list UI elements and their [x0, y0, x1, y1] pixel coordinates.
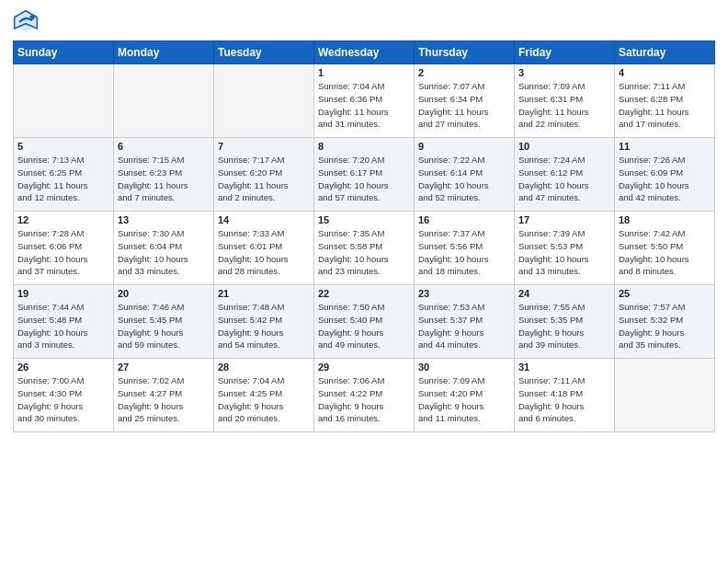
day-number: 22 [318, 288, 410, 299]
day-number: 2 [418, 67, 510, 78]
day-info: Sunrise: 7:22 AM Sunset: 6:14 PM Dayligh… [418, 154, 510, 204]
day-number: 26 [17, 362, 109, 373]
day-info: Sunrise: 7:39 AM Sunset: 5:53 PM Dayligh… [518, 227, 610, 278]
calendar-cell: 27Sunrise: 7:02 AM Sunset: 4:27 PM Dayli… [114, 359, 214, 432]
calendar-week-row: 12Sunrise: 7:28 AM Sunset: 6:06 PM Dayli… [14, 212, 715, 285]
day-info: Sunrise: 7:42 AM Sunset: 5:50 PM Dayligh… [619, 227, 711, 278]
day-info: Sunrise: 7:04 AM Sunset: 6:36 PM Dayligh… [318, 80, 410, 131]
calendar-week-row: 5Sunrise: 7:13 AM Sunset: 6:25 PM Daylig… [14, 138, 715, 212]
day-number: 5 [17, 141, 109, 152]
day-info: Sunrise: 7:09 AM Sunset: 4:20 PM Dayligh… [418, 374, 510, 425]
day-info: Sunrise: 7:28 AM Sunset: 6:06 PM Dayligh… [17, 227, 109, 278]
calendar-cell: 16Sunrise: 7:37 AM Sunset: 5:56 PM Dayli… [415, 212, 515, 285]
logo-icon [13, 9, 39, 35]
calendar-cell: 6Sunrise: 7:15 AM Sunset: 6:23 PM Daylig… [114, 138, 214, 212]
calendar-cell: 3Sunrise: 7:09 AM Sunset: 6:31 PM Daylig… [515, 64, 615, 138]
calendar-cell: 10Sunrise: 7:24 AM Sunset: 6:12 PM Dayli… [515, 138, 615, 212]
calendar-cell: 1Sunrise: 7:04 AM Sunset: 6:36 PM Daylig… [314, 64, 415, 138]
calendar-week-row: 1Sunrise: 7:04 AM Sunset: 6:36 PM Daylig… [14, 64, 715, 138]
day-number: 27 [118, 362, 210, 373]
day-info: Sunrise: 7:48 AM Sunset: 5:42 PM Dayligh… [218, 301, 310, 351]
day-number: 10 [518, 141, 610, 152]
calendar-cell: 15Sunrise: 7:35 AM Sunset: 5:58 PM Dayli… [314, 212, 415, 285]
day-info: Sunrise: 7:04 AM Sunset: 4:25 PM Dayligh… [218, 374, 310, 425]
calendar-cell: 19Sunrise: 7:44 AM Sunset: 5:48 PM Dayli… [14, 285, 114, 359]
header [13, 9, 715, 35]
day-number: 23 [418, 288, 510, 299]
day-number: 17 [518, 214, 610, 225]
calendar-cell: 30Sunrise: 7:09 AM Sunset: 4:20 PM Dayli… [415, 359, 515, 432]
day-number: 8 [318, 141, 410, 152]
calendar-header-saturday: Saturday [615, 41, 715, 64]
calendar-cell [114, 64, 214, 138]
svg-point-2 [29, 15, 34, 19]
day-number: 18 [619, 214, 711, 225]
calendar-cell: 26Sunrise: 7:00 AM Sunset: 4:30 PM Dayli… [14, 359, 114, 432]
day-info: Sunrise: 7:33 AM Sunset: 6:01 PM Dayligh… [218, 227, 310, 278]
calendar-header-wednesday: Wednesday [314, 41, 415, 64]
day-number: 30 [418, 362, 510, 373]
day-info: Sunrise: 7:09 AM Sunset: 6:31 PM Dayligh… [518, 80, 610, 131]
day-info: Sunrise: 7:24 AM Sunset: 6:12 PM Dayligh… [518, 154, 610, 204]
calendar-cell: 22Sunrise: 7:50 AM Sunset: 5:40 PM Dayli… [314, 285, 415, 359]
day-info: Sunrise: 7:07 AM Sunset: 6:34 PM Dayligh… [418, 80, 510, 131]
day-info: Sunrise: 7:30 AM Sunset: 6:04 PM Dayligh… [118, 227, 210, 278]
day-info: Sunrise: 7:06 AM Sunset: 4:22 PM Dayligh… [318, 374, 410, 425]
day-number: 3 [518, 67, 610, 78]
page: SundayMondayTuesdayWednesdayThursdayFrid… [0, 0, 728, 563]
day-info: Sunrise: 7:55 AM Sunset: 5:35 PM Dayligh… [518, 301, 610, 351]
day-number: 11 [619, 141, 711, 152]
calendar-table: SundayMondayTuesdayWednesdayThursdayFrid… [13, 40, 715, 432]
calendar-header-monday: Monday [114, 41, 214, 64]
calendar-cell: 28Sunrise: 7:04 AM Sunset: 4:25 PM Dayli… [214, 359, 314, 432]
day-info: Sunrise: 7:26 AM Sunset: 6:09 PM Dayligh… [619, 154, 711, 204]
day-info: Sunrise: 7:44 AM Sunset: 5:48 PM Dayligh… [17, 301, 109, 351]
calendar-cell: 18Sunrise: 7:42 AM Sunset: 5:50 PM Dayli… [615, 212, 715, 285]
calendar-cell: 24Sunrise: 7:55 AM Sunset: 5:35 PM Dayli… [515, 285, 615, 359]
calendar-cell: 25Sunrise: 7:57 AM Sunset: 5:32 PM Dayli… [615, 285, 715, 359]
day-info: Sunrise: 7:57 AM Sunset: 5:32 PM Dayligh… [619, 301, 711, 351]
day-info: Sunrise: 7:35 AM Sunset: 5:58 PM Dayligh… [318, 227, 410, 278]
calendar-cell: 4Sunrise: 7:11 AM Sunset: 6:28 PM Daylig… [615, 64, 715, 138]
day-number: 15 [318, 214, 410, 225]
calendar-cell: 20Sunrise: 7:46 AM Sunset: 5:45 PM Dayli… [114, 285, 214, 359]
calendar-header-row: SundayMondayTuesdayWednesdayThursdayFrid… [14, 41, 715, 64]
day-number: 14 [218, 214, 310, 225]
calendar-cell: 31Sunrise: 7:11 AM Sunset: 4:18 PM Dayli… [515, 359, 615, 432]
calendar-cell [214, 64, 314, 138]
day-number: 19 [17, 288, 109, 299]
day-number: 6 [118, 141, 210, 152]
day-info: Sunrise: 7:00 AM Sunset: 4:30 PM Dayligh… [17, 374, 109, 425]
calendar-cell: 14Sunrise: 7:33 AM Sunset: 6:01 PM Dayli… [214, 212, 314, 285]
calendar-cell: 17Sunrise: 7:39 AM Sunset: 5:53 PM Dayli… [515, 212, 615, 285]
day-info: Sunrise: 7:02 AM Sunset: 4:27 PM Dayligh… [118, 374, 210, 425]
calendar-week-row: 26Sunrise: 7:00 AM Sunset: 4:30 PM Dayli… [14, 359, 715, 432]
day-info: Sunrise: 7:50 AM Sunset: 5:40 PM Dayligh… [318, 301, 410, 351]
day-info: Sunrise: 7:13 AM Sunset: 6:25 PM Dayligh… [17, 154, 109, 204]
day-number: 24 [518, 288, 610, 299]
calendar-cell: 5Sunrise: 7:13 AM Sunset: 6:25 PM Daylig… [14, 138, 114, 212]
calendar-cell: 11Sunrise: 7:26 AM Sunset: 6:09 PM Dayli… [615, 138, 715, 212]
day-number: 9 [418, 141, 510, 152]
day-info: Sunrise: 7:11 AM Sunset: 6:28 PM Dayligh… [619, 80, 711, 131]
calendar-week-row: 19Sunrise: 7:44 AM Sunset: 5:48 PM Dayli… [14, 285, 715, 359]
day-number: 20 [118, 288, 210, 299]
day-number: 4 [619, 67, 711, 78]
calendar-cell: 12Sunrise: 7:28 AM Sunset: 6:06 PM Dayli… [14, 212, 114, 285]
calendar-cell: 21Sunrise: 7:48 AM Sunset: 5:42 PM Dayli… [214, 285, 314, 359]
day-info: Sunrise: 7:53 AM Sunset: 5:37 PM Dayligh… [418, 301, 510, 351]
day-info: Sunrise: 7:15 AM Sunset: 6:23 PM Dayligh… [118, 154, 210, 204]
calendar-cell: 9Sunrise: 7:22 AM Sunset: 6:14 PM Daylig… [415, 138, 515, 212]
calendar-cell: 7Sunrise: 7:17 AM Sunset: 6:20 PM Daylig… [214, 138, 314, 212]
day-info: Sunrise: 7:20 AM Sunset: 6:17 PM Dayligh… [318, 154, 410, 204]
day-number: 16 [418, 214, 510, 225]
calendar-cell: 2Sunrise: 7:07 AM Sunset: 6:34 PM Daylig… [415, 64, 515, 138]
calendar-cell [14, 64, 114, 138]
day-info: Sunrise: 7:37 AM Sunset: 5:56 PM Dayligh… [418, 227, 510, 278]
calendar-cell: 13Sunrise: 7:30 AM Sunset: 6:04 PM Dayli… [114, 212, 214, 285]
day-number: 7 [218, 141, 310, 152]
day-number: 29 [318, 362, 410, 373]
day-info: Sunrise: 7:46 AM Sunset: 5:45 PM Dayligh… [118, 301, 210, 351]
logo [13, 9, 42, 35]
calendar-cell: 29Sunrise: 7:06 AM Sunset: 4:22 PM Dayli… [314, 359, 415, 432]
